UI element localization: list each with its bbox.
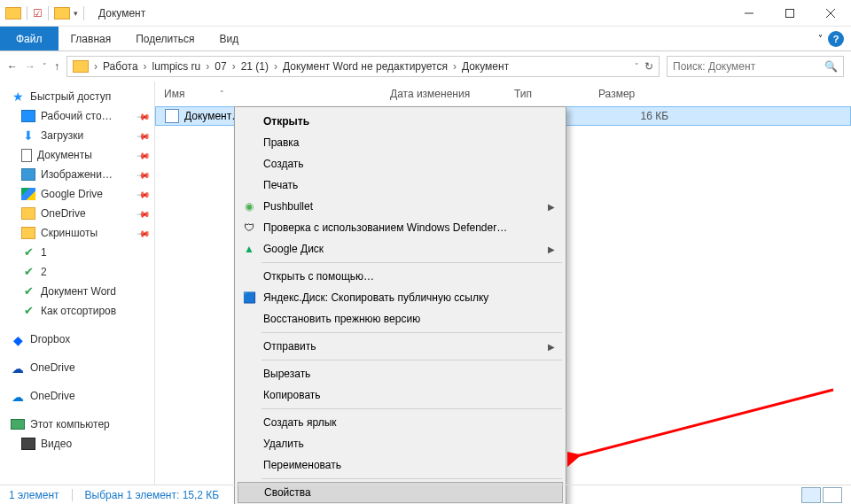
- sidebar-item-label: Как отсортиров: [41, 305, 116, 317]
- qat-dropdown[interactable]: ▾: [74, 9, 78, 18]
- check-icon: ✔: [21, 305, 35, 317]
- nav-up-button[interactable]: ↑: [54, 60, 59, 73]
- sidebar-item[interactable]: Документы📌: [0, 145, 154, 165]
- tab-share[interactable]: Поделиться: [123, 27, 207, 50]
- sidebar-onedrive[interactable]: ☁ OneDrive: [0, 358, 154, 377]
- nav-forward-button[interactable]: →: [25, 60, 35, 73]
- chevron-right-icon[interactable]: ›: [92, 60, 99, 73]
- nav-recent-dropdown[interactable]: ˅: [43, 62, 47, 71]
- chevron-right-icon[interactable]: ›: [272, 60, 279, 73]
- column-type[interactable]: Тип: [509, 88, 593, 100]
- qat-properties-icon[interactable]: ☑: [33, 7, 43, 19]
- sidebar-item[interactable]: ✔2: [0, 262, 154, 282]
- check-icon: ✔: [21, 285, 35, 298]
- sidebar-item[interactable]: OneDrive📌: [0, 204, 154, 223]
- search-icon[interactable]: 🔍: [824, 60, 838, 73]
- nav-toolbar: ← → ˅ ↑ › Работа › lumpics ru › 07 › 21 …: [0, 51, 851, 81]
- minimize-button[interactable]: [729, 0, 769, 27]
- app-icon: [5, 7, 21, 19]
- qat-newfolder-icon[interactable]: [54, 7, 70, 19]
- ribbon-expand-icon[interactable]: ˅: [818, 34, 823, 43]
- breadcrumb-item[interactable]: Документ: [458, 60, 512, 73]
- address-dropdown-icon[interactable]: ˅: [635, 62, 639, 71]
- menu-item[interactable]: Открыть с помощью…: [237, 266, 564, 287]
- menu-item[interactable]: Восстановить прежнюю версию: [237, 308, 564, 330]
- menu-item[interactable]: ◉Pushbullet▶: [237, 196, 564, 217]
- menu-item-label: Создать ярлык: [263, 416, 337, 429]
- chevron-right-icon[interactable]: ›: [204, 60, 211, 73]
- video-icon: [21, 438, 35, 450]
- tab-view[interactable]: Вид: [207, 27, 251, 50]
- pin-icon: 📌: [137, 167, 151, 182]
- pics-icon: [21, 168, 35, 181]
- breadcrumb-item[interactable]: 21 (1): [238, 60, 272, 73]
- svg-rect-1: [786, 9, 794, 17]
- sidebar-dropbox[interactable]: ◆ Dropbox: [0, 330, 154, 349]
- menu-item[interactable]: Вырезать: [237, 363, 564, 384]
- sidebar-item[interactable]: Скриншоты📌: [0, 223, 154, 243]
- menu-item[interactable]: Создать: [237, 153, 564, 174]
- column-name[interactable]: Имя˄: [159, 88, 385, 100]
- column-headers: Имя˄ Дата изменения Тип Размер: [155, 81, 851, 106]
- breadcrumb-item[interactable]: Работа: [99, 60, 142, 73]
- menu-item[interactable]: Копировать: [237, 384, 564, 406]
- tab-home[interactable]: Главная: [59, 27, 124, 50]
- address-bar[interactable]: › Работа › lumpics ru › 07 › 21 (1) › До…: [66, 56, 660, 77]
- menu-item[interactable]: Удалить: [237, 433, 564, 454]
- column-size[interactable]: Размер: [593, 88, 673, 100]
- chevron-right-icon[interactable]: ›: [230, 60, 238, 73]
- folder-icon: [21, 207, 35, 220]
- sidebar-item[interactable]: ✔Как отсортиров: [0, 301, 154, 321]
- file-tab[interactable]: Файл: [0, 27, 59, 50]
- sidebar-item-label: Скриншоты: [41, 227, 98, 239]
- view-icons-button[interactable]: [823, 487, 842, 503]
- menu-item[interactable]: 🟦Яндекс.Диск: Скопировать публичную ссыл…: [237, 287, 564, 308]
- sidebar-item[interactable]: Google Drive📌: [0, 184, 154, 204]
- breadcrumb-item[interactable]: lumpics ru: [149, 60, 205, 73]
- gdrive-icon: ▲: [242, 242, 256, 256]
- breadcrumb-item[interactable]: 07: [211, 60, 230, 73]
- sidebar-quick-access[interactable]: ★ Быстрый доступ: [0, 87, 154, 106]
- sidebar-item[interactable]: ✔Документ Word: [0, 282, 154, 301]
- sidebar-item[interactable]: Рабочий сто…📌: [0, 106, 154, 126]
- chevron-right-icon[interactable]: ›: [451, 60, 458, 73]
- nav-back-button[interactable]: ←: [7, 60, 18, 73]
- pc-icon: [11, 419, 25, 430]
- folder-icon: [21, 227, 35, 239]
- menu-item[interactable]: ▲Google Диск▶: [237, 238, 564, 260]
- column-date[interactable]: Дата изменения: [385, 88, 509, 100]
- sidebar-item[interactable]: ⬇Загрузки📌: [0, 126, 154, 145]
- view-details-button[interactable]: [801, 487, 821, 503]
- sidebar-item[interactable]: Изображени…📌: [0, 165, 154, 184]
- sidebar-onedrive[interactable]: ☁ OneDrive: [0, 386, 154, 406]
- help-icon[interactable]: ?: [828, 31, 844, 47]
- sidebar-label: Видео: [41, 438, 72, 450]
- sidebar-item[interactable]: ✔1: [0, 243, 154, 262]
- sidebar-item-label: Загрузки: [41, 129, 83, 142]
- menu-item[interactable]: Правка: [237, 132, 564, 153]
- dropbox-icon: ◆: [11, 333, 25, 345]
- search-input[interactable]: [673, 60, 824, 73]
- close-button[interactable]: [810, 0, 851, 27]
- search-box[interactable]: 🔍: [667, 56, 844, 77]
- menu-item[interactable]: Переименовать: [237, 454, 564, 476]
- chevron-right-icon[interactable]: ›: [142, 60, 149, 73]
- pin-icon: 📌: [137, 128, 151, 143]
- sidebar-this-pc[interactable]: Этот компьютер: [0, 415, 154, 434]
- menu-item[interactable]: Печать: [237, 174, 564, 196]
- menu-item[interactable]: Создать ярлык: [237, 412, 564, 433]
- sidebar-item-label: Документы: [37, 149, 92, 161]
- sidebar-item-label: Документ Word: [41, 285, 116, 298]
- refresh-icon[interactable]: ↻: [644, 60, 653, 73]
- maximize-button[interactable]: [769, 0, 810, 27]
- context-menu: ОткрытьПравкаСоздатьПечать◉Pushbullet▶🛡П…: [234, 106, 566, 504]
- menu-item[interactable]: Открыть: [237, 111, 564, 132]
- menu-item-label: Pushbullet: [263, 200, 313, 213]
- sidebar-item-label: Рабочий сто…: [41, 110, 113, 122]
- menu-item[interactable]: 🛡Проверка с использованием Windows Defen…: [237, 217, 564, 238]
- menu-item[interactable]: Отправить▶: [237, 336, 564, 357]
- downloads-icon: ⬇: [21, 129, 35, 142]
- sidebar-videos[interactable]: Видео: [0, 434, 154, 454]
- docs-icon: [21, 149, 32, 162]
- breadcrumb-item[interactable]: Документ Word не редактируется: [279, 60, 451, 73]
